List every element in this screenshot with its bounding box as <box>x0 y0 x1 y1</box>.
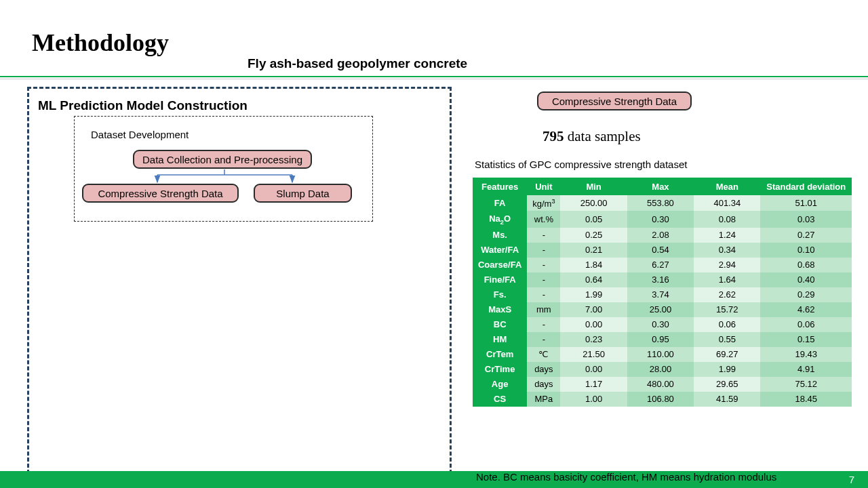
slump-data-box: Slump Data <box>254 184 352 203</box>
dataset-dev-label: Dataset Development <box>91 129 189 140</box>
table-row: CSMPa1.00106.8041.5918.45 <box>473 392 852 407</box>
table-row: Fine/FA-0.643.161.640.40 <box>473 272 852 287</box>
table-row: Coarse/FA-1.846.272.940.68 <box>473 258 852 272</box>
table-row: FAkg/m3250.00553.80401.3451.01 <box>473 195 852 211</box>
table-row: Na2Owt.%0.050.300.080.03 <box>473 211 852 228</box>
stats-table: Features Unit Min Max Mean Standard devi… <box>473 178 852 407</box>
table-row: CrTem℃21.50110.0069.2719.43 <box>473 347 852 362</box>
th-max: Max <box>627 178 694 195</box>
sample-count: 795 data samples <box>542 128 641 145</box>
th-min: Min <box>560 178 627 195</box>
compressive-strength-box: Compressive Strength Data <box>82 184 239 203</box>
table-row: Fs.-1.993.742.620.29 <box>473 287 852 302</box>
page-subtitle: Fly ash-based geopolymer concrete <box>248 56 467 71</box>
table-row: Ms.-0.252.081.240.27 <box>473 228 852 243</box>
table-row: HM-0.230.950.550.15 <box>473 332 852 347</box>
divider-green <box>0 76 868 77</box>
th-features: Features <box>473 178 527 195</box>
page-title: Methodology <box>32 28 169 57</box>
table-title: Statistics of GPC compressive strength d… <box>475 159 687 170</box>
section-heading: ML Prediction Model Construction <box>38 98 248 113</box>
table-row: Water/FA-0.210.540.340.10 <box>473 243 852 258</box>
table-row: MaxSmm7.0025.0015.724.62 <box>473 302 852 317</box>
compressive-strength-header-box: Compressive Strength Data <box>537 92 692 110</box>
table-row: BC-0.000.300.060.06 <box>473 317 852 332</box>
table-row: Agedays1.17480.0029.6575.12 <box>473 377 852 392</box>
table-row: CrTimedays0.0028.001.994.91 <box>473 362 852 377</box>
th-mean: Mean <box>694 178 760 195</box>
page-number: 7 <box>849 474 854 485</box>
th-unit: Unit <box>527 178 560 195</box>
table-note: Note. BC means basicity coefficient, HM … <box>476 471 776 483</box>
data-collection-box: Data Collection and Pre-processing <box>133 150 312 169</box>
th-sd: Standard deviation <box>760 178 852 195</box>
divider-gray <box>0 79 868 79</box>
